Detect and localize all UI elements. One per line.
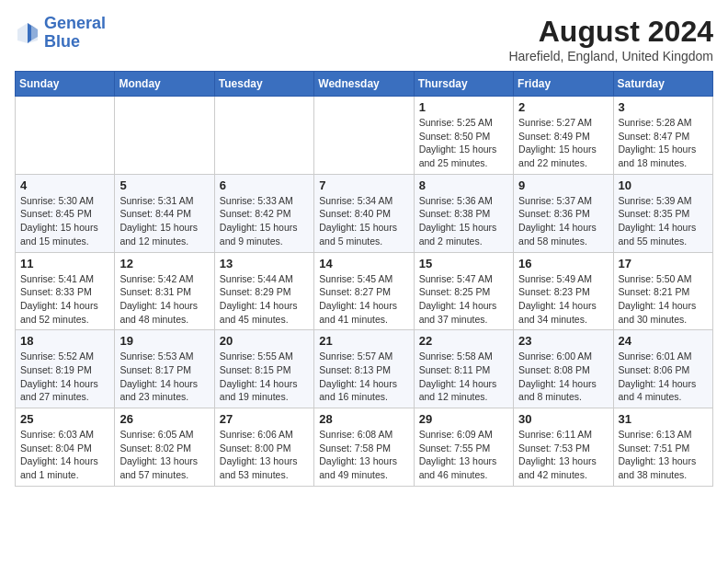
day-number: 17 bbox=[619, 257, 708, 270]
calendar-row: 4Sunrise: 5:30 AM Sunset: 8:45 PM Daylig… bbox=[16, 174, 713, 252]
day-number: 18 bbox=[20, 334, 109, 348]
cell-content: Sunrise: 6:09 AM Sunset: 7:55 PM Dayligh… bbox=[419, 428, 508, 482]
weekday-header: Friday bbox=[514, 72, 613, 97]
cell-content: Sunrise: 5:27 AM Sunset: 8:49 PM Dayligh… bbox=[518, 116, 608, 170]
calendar-cell bbox=[16, 97, 115, 175]
cell-content: Sunrise: 5:30 AM Sunset: 8:45 PM Dayligh… bbox=[20, 194, 109, 248]
day-number: 20 bbox=[220, 334, 309, 348]
calendar-cell: 29Sunrise: 6:09 AM Sunset: 7:55 PM Dayli… bbox=[414, 408, 513, 487]
cell-content: Sunrise: 6:00 AM Sunset: 8:08 PM Dayligh… bbox=[518, 350, 608, 404]
cell-content: Sunrise: 5:57 AM Sunset: 8:13 PM Dayligh… bbox=[319, 350, 408, 404]
day-number: 7 bbox=[319, 178, 408, 192]
day-number: 11 bbox=[20, 257, 109, 270]
calendar-row: 25Sunrise: 6:03 AM Sunset: 8:04 PM Dayli… bbox=[16, 408, 713, 487]
cell-content: Sunrise: 5:50 AM Sunset: 8:21 PM Dayligh… bbox=[619, 272, 708, 327]
calendar-row: 18Sunrise: 5:52 AM Sunset: 8:19 PM Dayli… bbox=[16, 330, 713, 408]
day-number: 27 bbox=[220, 412, 309, 426]
logo-line1: General bbox=[44, 14, 106, 32]
day-number: 24 bbox=[619, 334, 708, 348]
calendar-cell: 16Sunrise: 5:49 AM Sunset: 8:23 PM Dayli… bbox=[514, 252, 613, 330]
calendar-cell: 12Sunrise: 5:42 AM Sunset: 8:31 PM Dayli… bbox=[115, 252, 214, 330]
day-number: 13 bbox=[220, 257, 309, 270]
cell-content: Sunrise: 5:37 AM Sunset: 8:36 PM Dayligh… bbox=[518, 194, 608, 248]
calendar-cell: 2Sunrise: 5:27 AM Sunset: 8:49 PM Daylig… bbox=[514, 97, 613, 175]
calendar-cell: 18Sunrise: 5:52 AM Sunset: 8:19 PM Dayli… bbox=[16, 330, 115, 408]
cell-content: Sunrise: 5:33 AM Sunset: 8:42 PM Dayligh… bbox=[220, 194, 309, 248]
calendar-cell: 9Sunrise: 5:37 AM Sunset: 8:36 PM Daylig… bbox=[514, 174, 613, 252]
logo: General Blue bbox=[15, 15, 106, 52]
calendar-cell: 1Sunrise: 5:25 AM Sunset: 8:50 PM Daylig… bbox=[414, 97, 513, 175]
cell-content: Sunrise: 5:42 AM Sunset: 8:31 PM Dayligh… bbox=[119, 272, 209, 327]
day-number: 9 bbox=[518, 178, 608, 192]
day-number: 31 bbox=[619, 412, 708, 426]
weekday-header-row: SundayMondayTuesdayWednesdayThursdayFrid… bbox=[16, 72, 713, 97]
calendar-cell: 4Sunrise: 5:30 AM Sunset: 8:45 PM Daylig… bbox=[16, 174, 115, 252]
calendar-row: 11Sunrise: 5:41 AM Sunset: 8:33 PM Dayli… bbox=[16, 252, 713, 330]
day-number: 1 bbox=[419, 100, 508, 114]
cell-content: Sunrise: 5:41 AM Sunset: 8:33 PM Dayligh… bbox=[20, 272, 109, 327]
cell-content: Sunrise: 6:06 AM Sunset: 8:00 PM Dayligh… bbox=[220, 428, 309, 482]
day-number: 22 bbox=[419, 334, 508, 348]
day-number: 28 bbox=[319, 412, 408, 426]
cell-content: Sunrise: 6:05 AM Sunset: 8:02 PM Dayligh… bbox=[119, 428, 209, 482]
day-number: 25 bbox=[20, 412, 109, 426]
cell-content: Sunrise: 5:52 AM Sunset: 8:19 PM Dayligh… bbox=[20, 350, 109, 404]
calendar-cell: 8Sunrise: 5:36 AM Sunset: 8:38 PM Daylig… bbox=[414, 174, 513, 252]
cell-content: Sunrise: 5:47 AM Sunset: 8:25 PM Dayligh… bbox=[419, 272, 508, 327]
calendar-cell: 25Sunrise: 6:03 AM Sunset: 8:04 PM Dayli… bbox=[16, 408, 115, 487]
cell-content: Sunrise: 6:01 AM Sunset: 8:06 PM Dayligh… bbox=[619, 350, 708, 404]
calendar-cell: 13Sunrise: 5:44 AM Sunset: 8:29 PM Dayli… bbox=[214, 252, 313, 330]
calendar-cell: 22Sunrise: 5:58 AM Sunset: 8:11 PM Dayli… bbox=[414, 330, 513, 408]
calendar-cell: 6Sunrise: 5:33 AM Sunset: 8:42 PM Daylig… bbox=[214, 174, 313, 252]
calendar-cell bbox=[115, 97, 214, 175]
cell-content: Sunrise: 6:08 AM Sunset: 7:58 PM Dayligh… bbox=[319, 428, 408, 482]
page-header: General Blue August 2024 Harefield, Engl… bbox=[15, 15, 713, 63]
cell-content: Sunrise: 5:28 AM Sunset: 8:47 PM Dayligh… bbox=[619, 116, 708, 170]
day-number: 29 bbox=[419, 412, 508, 426]
cell-content: Sunrise: 5:53 AM Sunset: 8:17 PM Dayligh… bbox=[119, 350, 209, 404]
day-number: 3 bbox=[619, 100, 708, 114]
calendar-cell: 17Sunrise: 5:50 AM Sunset: 8:21 PM Dayli… bbox=[613, 252, 712, 330]
logo-text: General Blue bbox=[44, 15, 106, 52]
cell-content: Sunrise: 5:44 AM Sunset: 8:29 PM Dayligh… bbox=[220, 272, 309, 327]
calendar-cell: 31Sunrise: 6:13 AM Sunset: 7:51 PM Dayli… bbox=[613, 408, 712, 487]
cell-content: Sunrise: 5:49 AM Sunset: 8:23 PM Dayligh… bbox=[518, 272, 608, 327]
logo-icon bbox=[15, 20, 40, 46]
day-number: 4 bbox=[20, 178, 109, 192]
day-number: 21 bbox=[319, 334, 408, 348]
calendar-cell: 30Sunrise: 6:11 AM Sunset: 7:53 PM Dayli… bbox=[514, 408, 613, 487]
calendar-cell: 28Sunrise: 6:08 AM Sunset: 7:58 PM Dayli… bbox=[314, 408, 414, 487]
day-number: 23 bbox=[518, 334, 608, 348]
calendar-cell: 11Sunrise: 5:41 AM Sunset: 8:33 PM Dayli… bbox=[16, 252, 115, 330]
calendar-header: SundayMondayTuesdayWednesdayThursdayFrid… bbox=[16, 72, 713, 97]
calendar-cell: 7Sunrise: 5:34 AM Sunset: 8:40 PM Daylig… bbox=[314, 174, 414, 252]
calendar-cell: 3Sunrise: 5:28 AM Sunset: 8:47 PM Daylig… bbox=[613, 97, 712, 175]
weekday-header: Sunday bbox=[16, 72, 115, 97]
day-number: 8 bbox=[419, 178, 508, 192]
calendar-table: SundayMondayTuesdayWednesdayThursdayFrid… bbox=[15, 71, 713, 487]
calendar-cell: 5Sunrise: 5:31 AM Sunset: 8:44 PM Daylig… bbox=[115, 174, 214, 252]
day-number: 5 bbox=[119, 178, 209, 192]
calendar-cell: 21Sunrise: 5:57 AM Sunset: 8:13 PM Dayli… bbox=[314, 330, 414, 408]
title-block: August 2024 Harefield, England, United K… bbox=[508, 15, 713, 63]
day-number: 2 bbox=[518, 100, 608, 114]
day-number: 15 bbox=[419, 257, 508, 270]
logo-line2: Blue bbox=[44, 32, 80, 51]
cell-content: Sunrise: 5:58 AM Sunset: 8:11 PM Dayligh… bbox=[419, 350, 508, 404]
day-number: 6 bbox=[220, 178, 309, 192]
month-title: August 2024 bbox=[508, 15, 713, 49]
cell-content: Sunrise: 5:55 AM Sunset: 8:15 PM Dayligh… bbox=[220, 350, 309, 404]
calendar-row: 1Sunrise: 5:25 AM Sunset: 8:50 PM Daylig… bbox=[16, 97, 713, 175]
calendar-cell: 15Sunrise: 5:47 AM Sunset: 8:25 PM Dayli… bbox=[414, 252, 513, 330]
calendar-cell: 27Sunrise: 6:06 AM Sunset: 8:00 PM Dayli… bbox=[214, 408, 313, 487]
calendar-cell: 24Sunrise: 6:01 AM Sunset: 8:06 PM Dayli… bbox=[613, 330, 712, 408]
weekday-header: Monday bbox=[115, 72, 214, 97]
day-number: 12 bbox=[119, 257, 209, 270]
calendar-body: 1Sunrise: 5:25 AM Sunset: 8:50 PM Daylig… bbox=[16, 97, 713, 487]
cell-content: Sunrise: 5:31 AM Sunset: 8:44 PM Dayligh… bbox=[119, 194, 209, 248]
cell-content: Sunrise: 6:03 AM Sunset: 8:04 PM Dayligh… bbox=[20, 428, 109, 482]
day-number: 16 bbox=[518, 257, 608, 270]
day-number: 30 bbox=[518, 412, 608, 426]
weekday-header: Wednesday bbox=[314, 72, 414, 97]
calendar-cell: 10Sunrise: 5:39 AM Sunset: 8:35 PM Dayli… bbox=[613, 174, 712, 252]
